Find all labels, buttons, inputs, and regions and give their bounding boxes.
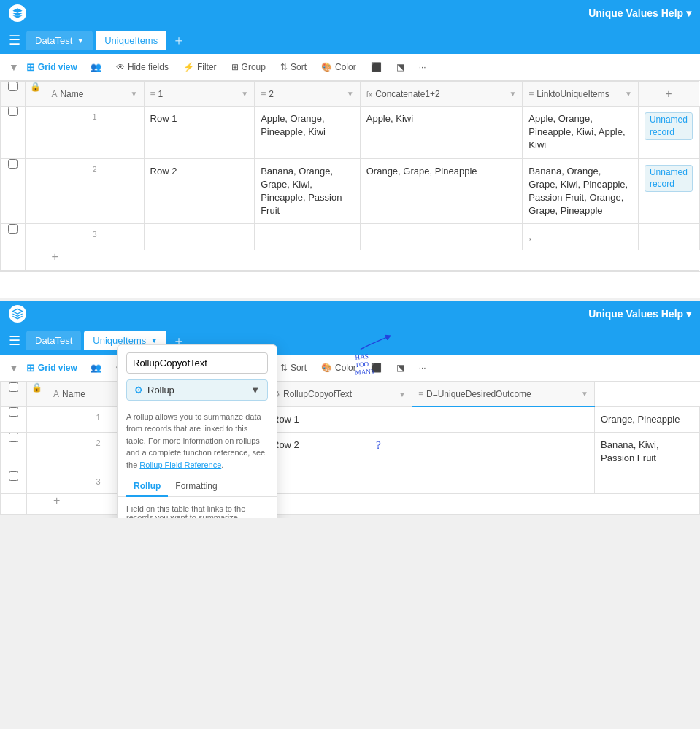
row3-checkbox-1[interactable]: [8, 224, 18, 234]
row1-col1-cell-1[interactable]: Apple, Orange, Pineapple, Kiwi: [255, 107, 361, 159]
col1-dropdown-1[interactable]: ▼: [241, 90, 248, 98]
row2-col2-1: Orange, Grape, Pineapple: [361, 159, 523, 184]
th-add-1[interactable]: +: [638, 82, 699, 107]
rollup-dropdown-2[interactable]: ▼: [399, 390, 406, 398]
row1-concat-cell-1[interactable]: Apple, Orange, Pineapple, Kiwi, Apple, K…: [523, 107, 639, 159]
view-selector-2[interactable]: ⊞ Grid view: [22, 359, 82, 377]
add-row-cell-1[interactable]: +: [45, 250, 699, 270]
row1-check-2[interactable]: [1, 406, 27, 432]
row1-checkbox-2[interactable]: [9, 407, 18, 417]
row1-checkbox-1[interactable]: [8, 107, 18, 116]
row2-name-cell-1[interactable]: Row 2: [144, 158, 255, 224]
row-height-btn-1[interactable]: ⬛: [365, 59, 388, 75]
row1-desired-cell-2[interactable]: Orange, Pineapple: [595, 406, 700, 432]
row3-check-1[interactable]: [1, 224, 26, 250]
share-btn-1[interactable]: ⬔: [391, 59, 410, 75]
row3-rollup-cell-2[interactable]: [412, 471, 595, 494]
row3-col2-cell-1[interactable]: [360, 224, 523, 250]
modal-field-name-input[interactable]: [126, 352, 268, 374]
desired-dropdown-2[interactable]: ▼: [581, 390, 588, 398]
row2-checkbox-2[interactable]: [9, 433, 18, 442]
row3-linked-cell-2[interactable]: [266, 471, 412, 494]
row1-check-1[interactable]: [1, 107, 26, 159]
row3-check-2[interactable]: [1, 471, 27, 494]
select-all-2[interactable]: [9, 382, 18, 392]
color-btn-2[interactable]: 🎨 Color: [315, 360, 362, 376]
th-desired-2[interactable]: ≡ D=UniqueDesiredOutcome ▼: [412, 382, 595, 406]
hide-fields-btn-1[interactable]: 👁 Hide fields: [110, 59, 174, 75]
section-2: Unique Values Help ▾ ☰ DataTest UniqueIt…: [0, 301, 700, 516]
modal-tab-rollup[interactable]: Rollup: [126, 477, 168, 497]
row3-name-cell-1[interactable]: [144, 224, 255, 250]
color-btn-1[interactable]: 🎨 Color: [315, 59, 362, 75]
desired-label-2: D=UniqueDesiredOutcome: [426, 389, 531, 399]
th-name-1[interactable]: A Name ▼: [45, 82, 144, 107]
add-row-2[interactable]: +: [1, 494, 700, 514]
tab-datatest-1[interactable]: DataTest ▼: [26, 31, 93, 50]
toolbar-chevron-2[interactable]: ▼: [9, 362, 19, 374]
group-btn-1[interactable]: ⊞ Group: [226, 59, 272, 75]
people-btn-1[interactable]: 👥: [85, 59, 107, 75]
row3-checkbox-2[interactable]: [9, 471, 18, 481]
row1-linked-cell-2[interactable]: Row 1: [266, 406, 412, 432]
concat-dropdown-1[interactable]: ▼: [509, 90, 516, 98]
th-col1-1[interactable]: ≡ 1 ▼: [144, 82, 255, 107]
row2-link-cell-1[interactable]: Unnamed record: [638, 158, 699, 224]
row2-link-tag-1[interactable]: Unnamed record: [645, 165, 693, 193]
th-concat-1[interactable]: fx Concatenate1+2 ▼: [360, 82, 523, 107]
hamburger-icon-1[interactable]: ☰: [6, 29, 23, 51]
row1-link-cell-1[interactable]: Unnamed record: [638, 107, 699, 159]
row3-col1-cell-1[interactable]: [255, 224, 361, 250]
row1-name-cell-1[interactable]: Row 1: [144, 107, 255, 159]
row2-desired-cell-2[interactable]: Banana, Kiwi, Passion Fruit: [595, 432, 700, 471]
filter-btn-1[interactable]: ⚡ Filter: [177, 59, 223, 75]
row1-link-tag-1[interactable]: Unnamed record: [645, 112, 693, 140]
add-row-btn-1[interactable]: +: [45, 247, 64, 266]
row2-linked-cell-2[interactable]: Row 2: [266, 432, 412, 471]
col2-dropdown-1[interactable]: ▼: [347, 90, 354, 98]
row3-link-cell-1[interactable]: [638, 224, 699, 250]
row2-check-1[interactable]: [1, 158, 26, 224]
row1-col2-cell-1[interactable]: Apple, Kiwi: [360, 107, 523, 159]
row-height-btn-2[interactable]: ⬛: [365, 360, 388, 376]
link-dropdown-1[interactable]: ▼: [625, 90, 632, 98]
name-col-dropdown-1[interactable]: ▼: [131, 90, 138, 98]
rollup-field-reference-link[interactable]: Rollup Field Reference: [139, 460, 221, 469]
th-rollup-2[interactable]: ⚙ RollupCopyofText ▼: [266, 382, 412, 406]
modal-type-selector[interactable]: ⚙ Rollup ▼: [126, 379, 268, 401]
th-col2-1[interactable]: ≡ 2 ▼: [255, 82, 361, 107]
row2-col2-cell-1[interactable]: Orange, Grape, Pineapple: [360, 158, 523, 224]
add-row-1[interactable]: +: [1, 250, 700, 270]
add-row-btn-2[interactable]: +: [47, 491, 66, 509]
tab-datatest-1-dropdown[interactable]: ▼: [77, 36, 84, 45]
tab-add-btn-1[interactable]: ＋: [169, 28, 188, 52]
share-btn-2[interactable]: ⬔: [391, 360, 410, 376]
col-check-2[interactable]: [1, 382, 27, 406]
sort-btn-1[interactable]: ⇅ Sort: [274, 59, 312, 75]
tab-uniqueitems-2-dropdown[interactable]: ▼: [150, 336, 158, 344]
row2-check-2[interactable]: [1, 432, 27, 471]
row2-rollup-cell-2[interactable]: [412, 432, 595, 471]
row1-rollup-cell-2[interactable]: [412, 406, 595, 432]
add-col-icon-1[interactable]: +: [665, 88, 672, 101]
more-btn-2[interactable]: ···: [413, 360, 432, 376]
view-selector-1[interactable]: ⊞ Grid view: [22, 58, 82, 76]
select-all-1[interactable]: [8, 82, 18, 91]
toolbar-chevron-1[interactable]: ▼: [9, 61, 19, 73]
row3-desired-cell-2[interactable]: [595, 471, 700, 494]
row2-col1-cell-1[interactable]: Banana, Orange, Grape, Kiwi, Pineapple, …: [255, 158, 361, 224]
name-col-label-1: Name: [60, 89, 83, 99]
modal-tab-formatting[interactable]: Formatting: [168, 477, 224, 497]
col-check-1[interactable]: [1, 82, 26, 107]
row2-checkbox-1[interactable]: [8, 159, 18, 169]
sort-btn-2[interactable]: ⇅ Sort: [274, 360, 312, 376]
hamburger-icon-2[interactable]: ☰: [6, 330, 23, 352]
th-link-1[interactable]: ≡ LinktoUniqueItems ▼: [523, 82, 639, 107]
row2-concat-cell-1[interactable]: Banana, Orange, Grape, Kiwi, Pineapple, …: [523, 158, 639, 224]
tab-uniqueitems-1[interactable]: UniqueItems: [96, 31, 166, 50]
tab-datatest-2[interactable]: DataTest: [26, 331, 81, 350]
people-btn-2[interactable]: 👥: [85, 360, 107, 376]
row3-concat-cell-1[interactable]: ,: [523, 224, 639, 250]
more-btn-1[interactable]: ···: [413, 59, 432, 75]
table-row-2-3: 3: [1, 471, 700, 494]
